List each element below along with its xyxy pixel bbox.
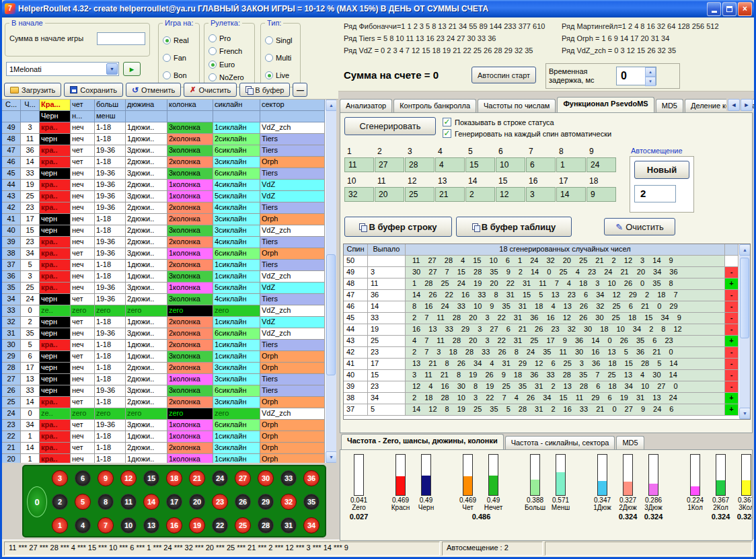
board-number-3[interactable]: 3 [52, 470, 68, 486]
radio-fan[interactable]: Fan [163, 54, 198, 62]
freq-tab-MD5[interactable]: MD5 [616, 436, 644, 449]
gen-table-row[interactable]: 40153 11 21 8 19 26 9 18 36 33 28 35 7 2… [344, 370, 739, 381]
history-row[interactable]: 375кра..неч1-181дюжи..2колонка1сиклайнTi… [2, 260, 325, 271]
preset-combobox[interactable]: 1Melonati ▼ [6, 62, 119, 76]
spin-down-icon[interactable]: ▼ [645, 77, 656, 86]
history-row[interactable]: 3525кра..неч19-363дюжи..1колонка5сиклайн… [2, 283, 325, 294]
checkbox-show-status[interactable]: ✓ [443, 118, 451, 126]
scroll-thumb[interactable] [326, 254, 336, 375]
history-row[interactable]: 330ze..zerozerozerozerozeroVdZ_zch [2, 305, 325, 317]
history-row[interactable]: 2334кра..чет19-363дюжи..1колонка6сиклайн… [2, 420, 325, 431]
collapse-button[interactable]: — [293, 83, 307, 97]
generate-button[interactable]: Сгенерировать [344, 117, 436, 135]
radio-french[interactable]: French [209, 47, 253, 55]
tab-Функционал PsevdoMS[interactable]: Функционал PsevdoMS [557, 97, 654, 112]
history-row[interactable]: 3834кра..чет19-363дюжи..1колонка6сиклайн… [2, 248, 325, 260]
freq-tab-Частота - сиклайны, сектора[interactable]: Частота - сиклайны, сектора [505, 436, 615, 449]
gen-table-row[interactable]: 42232 7 3 18 28 33 26 8 24 35 11 30 16 1… [344, 347, 739, 359]
history-row[interactable]: 305кра..неч1-181дюжи..2колонка1сиклайнTi… [2, 340, 325, 351]
history-row[interactable]: 221кра..неч1-181дюжи..1колонка1сиклайнOr… [2, 431, 325, 443]
history-row[interactable]: 4736кра..чет19-363дюжи..3колонка6сиклайн… [2, 145, 325, 157]
spin-up-icon[interactable]: ▲ [645, 67, 656, 77]
clear-gen-button[interactable]: ✎Очистить [604, 218, 675, 235]
board-number-31[interactable]: 31 [280, 517, 297, 533]
board-number-26[interactable]: 26 [235, 494, 251, 510]
history-row[interactable]: 4015черннеч1-182дюжи..3колонка3сиклайнVd… [2, 225, 325, 237]
board-number-29[interactable]: 29 [258, 494, 274, 510]
copy-buffer-button[interactable]: В буфер [239, 83, 290, 97]
history-row[interactable]: 4614кра..чет1-182дюжи..2колонка3сиклайнO… [2, 157, 325, 168]
close-button[interactable]: × [738, 2, 752, 16]
tabs-scroll-left-icon[interactable]: ◄ [728, 99, 740, 111]
board-number-13[interactable]: 13 [143, 517, 159, 533]
checkbox-status-row[interactable]: ✓ Показывать в строке статуса [443, 118, 554, 126]
board-number-17[interactable]: 17 [166, 494, 182, 510]
board-number-6[interactable]: 6 [75, 470, 91, 486]
scroll-down-icon[interactable]: ▼ [326, 451, 336, 463]
board-number-10[interactable]: 10 [120, 517, 137, 533]
radio-bon[interactable]: Bon [163, 71, 198, 79]
history-row[interactable]: 4811черннеч1-181дюжи..2колонка2сиклайнTi… [2, 134, 325, 145]
board-number-30[interactable]: 30 [258, 470, 274, 486]
board-number-34[interactable]: 34 [303, 517, 319, 533]
history-row[interactable]: 2713черннеч1-182дюжи..1колонка3сиклайнTi… [2, 374, 325, 385]
board-number-22[interactable]: 22 [212, 517, 228, 533]
scroll-up-icon[interactable]: ▲ [326, 100, 336, 111]
board-number-11[interactable]: 11 [120, 494, 137, 510]
board-number-21[interactable]: 21 [189, 470, 205, 486]
autospin-button[interactable]: Автоспин старт [471, 67, 536, 83]
board-number-27[interactable]: 27 [235, 470, 251, 486]
history-row[interactable]: 493кра..неч1-181дюжи..3колонка1сиклайнVd… [2, 122, 325, 134]
board-number-4[interactable]: 4 [75, 517, 91, 533]
play-button[interactable]: ► [123, 62, 141, 76]
board-number-33[interactable]: 33 [280, 470, 297, 486]
delay-value[interactable]: 0 [617, 67, 645, 85]
board-number-12[interactable]: 12 [120, 470, 137, 486]
gen-table-row[interactable]: 411713 21 8 26 34 4 31 29 12 6 25 3 36 1… [344, 359, 739, 370]
tab-Анализатор[interactable]: Анализатор [340, 99, 392, 112]
gen-table-row[interactable]: 45332 7 11 28 20 3 22 31 36 16 12 26 30 … [344, 313, 739, 324]
gen-table-row[interactable]: 441916 13 33 29 3 27 6 21 26 23 32 30 18… [344, 324, 739, 336]
checkbox-autogen-row[interactable]: ✓ Генерировать на каждый спин автоматиче… [443, 129, 611, 138]
history-row[interactable]: 201кра..неч1-181дюжи..1колонка1сиклайнOr… [2, 454, 325, 463]
maximize-button[interactable] [722, 2, 736, 16]
board-number-24[interactable]: 24 [212, 470, 228, 486]
radio-nozero[interactable]: NoZero [209, 73, 253, 81]
history-row[interactable]: 4533черннеч19-363дюжи..3колонка6сиклайнT… [2, 168, 325, 180]
board-number-20[interactable]: 20 [189, 494, 205, 510]
history-row[interactable]: 4223кра..неч19-362дюжи..2колонка4сиклайн… [2, 202, 325, 214]
tab-Контроль банкролла[interactable]: Контроль банкролла [393, 99, 476, 112]
radio-multi[interactable]: Multi [265, 54, 299, 62]
start-sum-input[interactable] [97, 32, 145, 45]
history-row[interactable]: 3923кра..неч19-362дюжи..2колонка4сиклайн… [2, 237, 325, 248]
board-number-35[interactable]: 35 [303, 494, 319, 510]
board-number-36[interactable]: 36 [303, 470, 319, 486]
scroll-up-icon[interactable]: ▲ [739, 244, 751, 256]
new-button[interactable]: Новый [634, 161, 689, 179]
board-number-8[interactable]: 8 [98, 494, 114, 510]
history-row[interactable]: 4325кра..неч19-363дюжи..1колонка5сиклайн… [2, 191, 325, 202]
board-number-9[interactable]: 9 [98, 470, 114, 486]
gen-table-row[interactable]: 48111 28 25 24 19 20 22 31 11 7 4 18 3 1… [344, 278, 739, 290]
board-number-16[interactable]: 16 [166, 517, 182, 533]
history-row[interactable]: 4419кра..неч19-362дюжи..1колонка4сиклайн… [2, 180, 325, 191]
gen-table-row[interactable]: 49330 27 7 15 28 35 9 2 14 0 25 4 23 24 … [344, 267, 739, 278]
gen-table-row[interactable]: 43254 7 11 28 20 3 22 31 25 17 9 36 14 0… [344, 336, 739, 347]
tab-MD5[interactable]: MD5 [656, 99, 683, 112]
save-button[interactable]: Сохранить [64, 83, 123, 97]
checkbox-autogen[interactable]: ✓ [443, 129, 451, 138]
gen-table-row[interactable]: 46148 16 24 33 10 9 35 31 18 4 13 26 32 … [344, 301, 739, 313]
gen-table-row[interactable]: 38342 18 28 10 3 22 7 4 26 34 15 11 29 6… [344, 393, 739, 404]
board-number-5[interactable]: 5 [75, 494, 91, 510]
history-row[interactable]: 4117черннеч1-182дюжи..2колонка3сиклайнOr… [2, 214, 325, 225]
board-number-32[interactable]: 32 [280, 494, 297, 510]
radio-euro[interactable]: Euro [209, 61, 253, 69]
freq-tab-Частота - Zero, шансы, дюжины, колонки[interactable]: Частота - Zero, шансы, дюжины, колонки [341, 434, 504, 449]
board-number-23[interactable]: 23 [212, 494, 228, 510]
history-row[interactable]: 322чернчет1-181дюжи..2колонка1сиклайнVdZ [2, 317, 325, 328]
copy-row-button[interactable]: В буфер строку [344, 217, 452, 237]
gen-table-row[interactable]: 473614 26 22 16 33 8 31 15 5 13 23 6 34 … [344, 290, 739, 301]
scroll-down-icon[interactable]: ▼ [739, 408, 751, 419]
gen-table-scrollbar[interactable]: ▲ ▼ [739, 244, 750, 419]
radio-live[interactable]: Live [265, 71, 299, 79]
